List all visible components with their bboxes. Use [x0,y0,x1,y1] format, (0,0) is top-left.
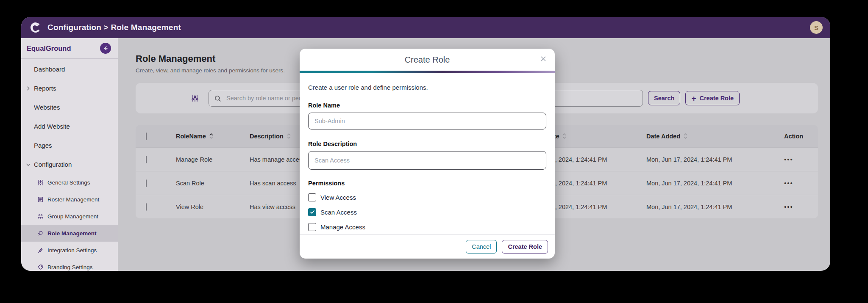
cell-date-added: Mon, Jun 17, 2024, 1:24:41 PM [646,180,784,187]
check-icon [310,209,315,215]
sidebar-item-label: Websites [34,104,60,111]
role-description-label: Role Description [308,140,546,147]
chevron-down-icon [25,162,31,167]
scan-access-checkbox[interactable] [308,208,316,216]
row-actions-icon[interactable]: ••• [784,179,818,187]
plus-icon: + [691,94,696,102]
cell-role-name: View Role [176,204,250,210]
modal-title: Create Role [405,55,450,65]
sidebar-item-websites[interactable]: Websites [21,98,118,117]
sidebar-item-label: Configuration [34,161,72,168]
modal-intro-text: Create a user role and define permission… [308,84,546,91]
view-access-checkbox[interactable] [308,193,316,201]
create-role-button[interactable]: + Create Role [685,91,740,105]
sidebar-item-label: Integration Settings [47,247,97,253]
column-header-action: Action [784,133,818,140]
row-checkbox[interactable] [146,156,147,163]
permissions-label: Permissions [308,180,546,187]
sidebar-item-integration-settings[interactable]: Integration Settings [21,242,118,259]
modal-accent-bar [300,71,555,73]
permission-row: View Access [308,192,546,203]
sidebar-item-pages[interactable]: Pages [21,136,118,155]
manage-access-checkbox[interactable] [308,223,316,231]
row-actions-icon[interactable]: ••• [784,203,818,210]
brand-logo-icon [29,21,42,34]
sidebar-item-label: Branding Settings [47,264,93,270]
row-actions-icon[interactable]: ••• [784,156,818,163]
search-icon [214,95,221,102]
sidebar: EqualGround Dashboard Reports Websites [21,38,118,271]
chevron-right-icon [25,85,31,91]
cell-role-name: Manage Role [176,156,250,163]
sidebar-item-label: Reports [34,85,56,92]
brand-name: EqualGround [27,44,71,52]
top-bar: Configuration > Role Management S [21,17,830,38]
sidebar-item-group-management[interactable]: Group Management [21,208,118,225]
sidebar-item-label: Dashboard [34,66,65,73]
sidebar-item-label: Role Management [47,230,97,237]
sort-icon [287,133,291,139]
sidebar-item-branding-settings[interactable]: Branding Settings [21,259,118,271]
close-icon[interactable] [540,55,547,63]
sidebar-item-label: Roster Management [47,196,99,203]
modal-footer: Cancel Create Role [300,234,555,259]
sidebar-item-label: General Settings [47,179,90,186]
modal-create-role-button[interactable]: Create Role [502,240,548,253]
tag-icon [37,264,44,270]
row-checkbox[interactable] [146,179,147,187]
row-checkbox[interactable] [146,203,147,211]
column-header-date-added[interactable]: Date Added [646,133,784,140]
sort-icon [562,133,566,139]
cell-date-added: Mon, Jun 17, 2024, 1:24:41 PM [646,204,784,210]
sort-icon [684,133,687,139]
sidebar-item-roster-management[interactable]: Roster Management [21,191,118,208]
sidebar-nav: Dashboard Reports Websites Add Website P… [21,59,118,271]
arrow-left-icon [103,45,108,51]
sidebar-item-general-settings[interactable]: General Settings [21,174,118,191]
sidebar-item-reports[interactable]: Reports [21,79,118,98]
permission-row: Manage Access [308,221,546,232]
sidebar-item-label: Pages [34,142,52,149]
breadcrumb: Configuration > Role Management [47,23,181,32]
cancel-button[interactable]: Cancel [466,240,497,253]
permission-label: Manage Access [320,223,365,231]
role-search-icon [37,230,44,237]
sliders-icon [37,179,44,186]
role-description-input[interactable] [308,151,546,170]
sort-icon [209,133,213,139]
role-name-input[interactable] [308,113,546,129]
sidebar-header: EqualGround [21,38,118,59]
create-role-button-label: Create Role [699,95,734,102]
sidebar-item-add-website[interactable]: Add Website [21,117,118,136]
permission-label: Scan Access [320,209,357,216]
sidebar-item-label: Add Website [34,123,70,130]
role-name-label: Role Name [308,102,546,109]
permissions-list: View Access Scan Access Manage Access [308,192,546,232]
permission-label: View Access [320,194,356,201]
create-role-modal: Create Role Create a user role and defin… [300,49,555,259]
sidebar-item-dashboard[interactable]: Dashboard [21,60,118,79]
sidebar-item-role-management[interactable]: Role Management [21,225,118,242]
modal-header: Create Role [300,49,555,71]
user-avatar[interactable]: S [810,21,823,34]
search-button[interactable]: Search [648,91,680,105]
roster-icon [37,196,44,203]
filter-sliders-icon[interactable] [191,94,199,103]
modal-body: Create a user role and define permission… [300,84,555,232]
plug-icon [37,247,44,253]
cell-date-added: Mon, Jun 17, 2024, 1:24:41 PM [646,156,784,163]
sidebar-item-label: Group Management [47,213,98,220]
permission-row: Scan Access [308,207,546,218]
sidebar-collapse-button[interactable] [100,43,111,54]
user-group-icon [37,213,44,220]
sidebar-item-configuration[interactable]: Configuration [21,155,118,174]
cell-role-name: Scan Role [176,180,250,187]
select-all-checkbox[interactable] [146,132,147,140]
column-header-rolename[interactable]: RoleName [176,133,250,140]
